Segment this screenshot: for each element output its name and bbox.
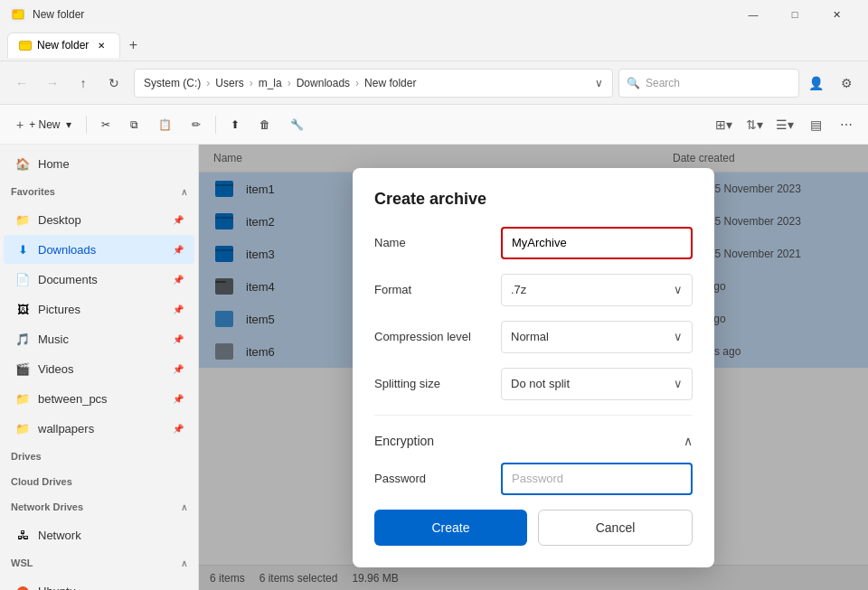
- encryption-section[interactable]: Encryption ∧: [374, 426, 693, 455]
- name-field-label: Name: [374, 236, 501, 249]
- breadcrumb-sep-2: ›: [250, 77, 253, 89]
- sidebar-item-home[interactable]: 🏠 Home: [4, 149, 194, 178]
- maximize-button[interactable]: □: [774, 0, 816, 29]
- sidebar-downloads-label: Downloads: [38, 243, 165, 257]
- close-button[interactable]: ✕: [816, 0, 857, 29]
- refresh-button[interactable]: ↻: [99, 69, 128, 98]
- favorites-label: Favorites: [11, 186, 55, 197]
- address-dropdown-icon[interactable]: ∨: [595, 77, 603, 89]
- delete-button[interactable]: 🗑: [250, 110, 279, 139]
- cut-button[interactable]: ✂: [92, 110, 119, 139]
- desktop-folder-icon: 📁: [14, 211, 31, 228]
- wsl-label: WSL: [11, 557, 33, 568]
- sidebar-section-cloud: Cloud Drives: [0, 469, 198, 494]
- encryption-toggle-icon: ∧: [684, 434, 693, 448]
- network-drives-chevron[interactable]: ∧: [181, 502, 187, 512]
- pin-icon-pictures: 📌: [173, 304, 184, 314]
- content-area: Name Date created item1 Sunday, 5 Novemb…: [199, 145, 868, 590]
- details-button[interactable]: ▤: [801, 110, 830, 139]
- forward-button[interactable]: →: [38, 69, 67, 98]
- sort-button[interactable]: ⇅▾: [740, 110, 769, 139]
- sidebar-item-downloads[interactable]: ⬇ Downloads 📌: [4, 235, 194, 264]
- address-bar[interactable]: System (C:) › Users › m_la › Downloads ›…: [134, 69, 613, 98]
- new-dropdown-icon: ▾: [66, 118, 71, 131]
- user-icon-button[interactable]: 👤: [801, 69, 830, 98]
- sidebar-home-label: Home: [38, 157, 184, 171]
- dialog-password-row: Password: [374, 463, 693, 495]
- breadcrumb-mla[interactable]: m_la: [259, 77, 282, 89]
- sidebar-item-music[interactable]: 🎵 Music 📌: [4, 324, 194, 353]
- breadcrumb-sep-1: ›: [206, 77, 210, 89]
- create-archive-dialog: Create archive Name Format .7z ∨ Compres…: [353, 168, 714, 567]
- home-icon: 🏠: [14, 155, 31, 172]
- downloads-folder-icon: ⬇: [14, 241, 31, 258]
- network-drives-label: Network Drives: [11, 501, 83, 512]
- tab-close-button[interactable]: ✕: [94, 38, 108, 52]
- window-title: New folder: [33, 8, 725, 21]
- create-button[interactable]: Create: [374, 510, 527, 546]
- sidebar-item-wallpapers[interactable]: 📁 wallpapers 📌: [4, 414, 194, 443]
- password-input[interactable]: [501, 463, 693, 495]
- sidebar-network-label: Network: [38, 529, 184, 542]
- paste-button[interactable]: 📋: [149, 110, 181, 139]
- sidebar-item-desktop[interactable]: 📁 Desktop 📌: [4, 205, 194, 234]
- rename-button[interactable]: ✏: [183, 110, 210, 139]
- sidebar-item-ubuntu[interactable]: ⬤ Ubuntu: [4, 576, 194, 590]
- ubuntu-icon: ⬤: [14, 583, 31, 590]
- pin-icon-music: 📌: [173, 334, 184, 344]
- compression-select[interactable]: Normal ∨: [501, 321, 693, 353]
- dialog-divider: [374, 415, 693, 416]
- action-toolbar: + + New ▾ ✂ ⧉ 📋 ✏ ⬆ 🗑 🔧 ⊞▾ ⇅▾ ☰▾ ▤ ⋯: [0, 105, 868, 145]
- splitting-select[interactable]: Do not split ∨: [501, 368, 693, 400]
- dialog-name-row: Name: [374, 227, 693, 259]
- new-tab-button[interactable]: +: [120, 33, 146, 58]
- sidebar-wallpapers-label: wallpapers: [38, 422, 165, 435]
- name-input[interactable]: [501, 227, 693, 259]
- copy-button[interactable]: ⧉: [121, 110, 147, 139]
- sidebar-item-between-pcs[interactable]: 📁 between_pcs 📌: [4, 384, 194, 413]
- compression-field-label: Compression level: [374, 330, 501, 343]
- share-button[interactable]: ⬆: [222, 110, 249, 139]
- app-icon: [11, 7, 25, 22]
- wallpapers-icon: 📁: [14, 420, 31, 436]
- between-pcs-icon: 📁: [14, 390, 31, 407]
- view-toggle-button[interactable]: ⊞▾: [709, 110, 738, 139]
- paste-icon: 📋: [158, 118, 172, 131]
- splitting-dropdown-icon: ∨: [674, 377, 683, 390]
- cancel-button[interactable]: Cancel: [538, 510, 693, 546]
- format-value: .7z: [511, 283, 526, 296]
- pin-icon-downloads: 📌: [173, 245, 184, 255]
- pin-icon-documents: 📌: [173, 275, 184, 285]
- sidebar-desktop-label: Desktop: [38, 213, 165, 227]
- main-layout: 🏠 Home Favorites ∧ 📁 Desktop 📌 ⬇ Downloa…: [0, 145, 868, 590]
- encryption-label: Encryption: [374, 434, 434, 448]
- sidebar-item-pictures[interactable]: 🖼 Pictures 📌: [4, 295, 194, 323]
- breadcrumb-downloads[interactable]: Downloads: [297, 77, 350, 89]
- breadcrumb-users[interactable]: Users: [215, 77, 243, 89]
- sidebar-ubuntu-label: Ubuntu: [38, 585, 184, 591]
- more-button[interactable]: ⋯: [832, 110, 861, 139]
- up-button[interactable]: ↑: [69, 69, 98, 98]
- folder-tab-icon: [19, 39, 32, 52]
- svg-rect-1: [13, 10, 17, 14]
- new-button[interactable]: + + New ▾: [7, 110, 80, 139]
- sidebar-item-network[interactable]: 🖧 Network: [4, 520, 194, 549]
- breadcrumb-current: New folder: [364, 77, 416, 89]
- layout-button[interactable]: ☰▾: [770, 110, 799, 139]
- dialog-format-row: Format .7z ∨: [374, 274, 693, 306]
- dialog-splitting-row: Splitting size Do not split ∨: [374, 368, 693, 400]
- wsl-chevron[interactable]: ∧: [181, 558, 187, 568]
- minimize-button[interactable]: —: [732, 0, 774, 29]
- properties-button[interactable]: 🔧: [281, 110, 313, 139]
- format-select[interactable]: .7z ∨: [501, 274, 693, 306]
- tab-new-folder[interactable]: New folder ✕: [7, 33, 120, 58]
- pin-icon-desktop: 📌: [173, 215, 184, 225]
- favorites-chevron[interactable]: ∧: [181, 187, 187, 197]
- breadcrumb-system[interactable]: System (C:): [144, 77, 201, 89]
- settings-icon-button[interactable]: ⚙: [832, 69, 861, 98]
- search-bar[interactable]: 🔍 Search: [618, 69, 799, 98]
- sidebar-item-videos[interactable]: 🎬 Videos 📌: [4, 354, 194, 383]
- back-button[interactable]: ←: [7, 69, 36, 98]
- sidebar-item-documents[interactable]: 📄 Documents 📌: [4, 265, 194, 294]
- toolbar-separator-2: [215, 116, 216, 134]
